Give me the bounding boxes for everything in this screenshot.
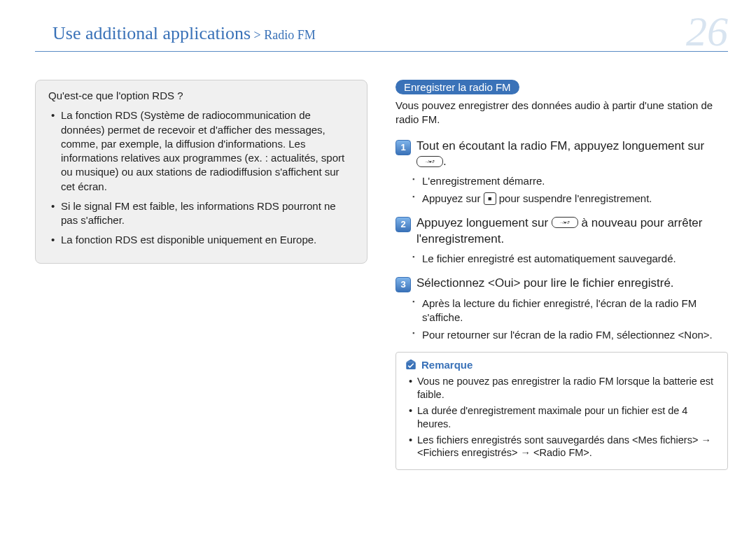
note-label: Remarque	[421, 358, 472, 372]
stop-button-icon: ■	[484, 192, 496, 205]
text-before: Appuyez sur	[422, 192, 484, 204]
step-text: Tout en écoutant la radio FM, appuyez lo…	[416, 138, 728, 171]
right-column: Enregistrer la radio FM Vous pouvez enre…	[396, 80, 728, 470]
step-head: 3 Sélectionnez <Oui> pour lire le fichie…	[396, 276, 728, 292]
step-badge: 2	[396, 217, 411, 232]
step-3: 3 Sélectionnez <Oui> pour lire le fichie…	[396, 276, 728, 342]
list-item: La fonction RDS (Système de radiocommuni…	[58, 108, 354, 194]
breadcrumb-sub: Radio FM	[264, 28, 316, 42]
note-check-icon	[405, 359, 417, 371]
breadcrumb-sep: >	[251, 28, 264, 42]
text-before: Tout en écoutant la radio FM, appuyez lo…	[416, 139, 704, 152]
list-item: Les fichiers enregistrés sont sauvegardé…	[417, 434, 719, 460]
section-intro: Vous pouvez enregistrer des données audi…	[396, 99, 728, 127]
breadcrumb: Use additional applications > Radio FM	[52, 23, 316, 44]
step-sub-list: Après la lecture du fichier enregistré, …	[396, 297, 728, 342]
note-list: Vous ne pouvez pas enregistrer la radio …	[405, 375, 719, 460]
list-item: Pour retourner sur l'écran de la radio F…	[422, 328, 728, 342]
step-head: 2 Appuyez longuement sur ···/●↺ à nouvea…	[396, 215, 728, 248]
section-pill: Enregistrer la radio FM	[396, 80, 519, 94]
breadcrumb-main: Use additional applications	[52, 23, 251, 43]
step-badge: 1	[396, 140, 411, 155]
rds-info-box: Qu'est-ce que l'option RDS ? La fonction…	[35, 80, 368, 264]
list-item: L'enregistrement démarre.	[422, 174, 728, 188]
text-before: Sélectionnez <Oui> pour lire le fichier …	[416, 276, 674, 290]
step-badge: 3	[396, 277, 411, 292]
step-1: 1 Tout en écoutant la radio FM, appuyez …	[396, 138, 728, 206]
list-item: Vous ne pouvez pas enregistrer la radio …	[417, 375, 719, 401]
record-button-icon: ···/●↺	[416, 156, 443, 167]
list-item: Appuyez sur ■ pour suspendre l'enregistr…	[422, 192, 728, 206]
step-head: 1 Tout en écoutant la radio FM, appuyez …	[396, 138, 728, 171]
content-columns: Qu'est-ce que l'option RDS ? La fonction…	[35, 80, 728, 470]
note-box: Remarque Vous ne pouvez pas enregistrer …	[396, 352, 728, 471]
list-item: La fonction RDS est disponible uniquemen…	[58, 233, 354, 247]
note-head: Remarque	[405, 358, 719, 372]
page-header: Use additional applications > Radio FM 2…	[35, 17, 728, 52]
list-item: Le fichier enregistré est automatiquemen…	[422, 252, 728, 266]
record-button-icon: ···/●↺	[552, 217, 578, 228]
text-before: Appuyez longuement sur	[416, 216, 552, 229]
document-page: Use additional applications > Radio FM 2…	[0, 0, 756, 484]
list-item: Si le signal FM est faible, les informat…	[58, 199, 354, 228]
step-sub-list: L'enregistrement démarre. Appuyez sur ■ …	[396, 174, 728, 206]
step-text: Appuyez longuement sur ···/●↺ à nouveau …	[416, 215, 728, 248]
rds-info-list: La fonction RDS (Système de radiocommuni…	[48, 108, 354, 247]
svg-marker-1	[406, 359, 416, 362]
left-column: Qu'est-ce que l'option RDS ? La fonction…	[35, 80, 368, 470]
step-2: 2 Appuyez longuement sur ···/●↺ à nouvea…	[396, 215, 728, 266]
page-number: 26	[686, 8, 728, 56]
text-after: pour suspendre l'enregistrement.	[496, 192, 652, 204]
list-item: La durée d'enregistrement maximale pour …	[417, 404, 719, 431]
rds-info-title: Qu'est-ce que l'option RDS ?	[48, 89, 354, 103]
step-text: Sélectionnez <Oui> pour lire le fichier …	[416, 276, 728, 292]
text-after: .	[443, 155, 447, 168]
list-item: Après la lecture du fichier enregistré, …	[422, 297, 728, 325]
step-sub-list: Le fichier enregistré est automatiquemen…	[396, 252, 728, 266]
